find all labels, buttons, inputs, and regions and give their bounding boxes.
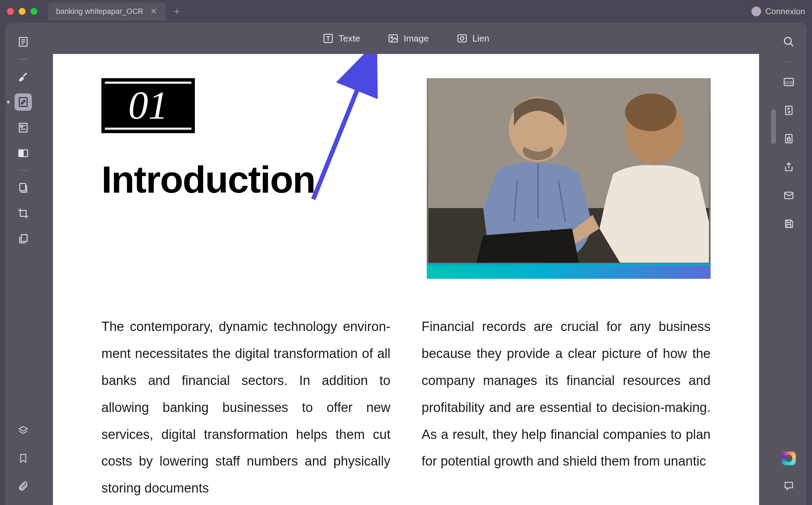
sidebar-divider — [784, 62, 794, 62]
svg-point-16 — [391, 37, 393, 38]
page-header: 01 Introduction — [101, 78, 711, 279]
left-sidebar — [5, 23, 41, 505]
sidebar-edit-button[interactable] — [15, 93, 32, 111]
right-save-button[interactable] — [780, 215, 797, 232]
sidebar-highlight-button[interactable] — [15, 68, 32, 85]
svg-rect-32 — [787, 224, 791, 227]
svg-rect-27 — [786, 106, 792, 114]
right-search-button[interactable] — [780, 33, 797, 50]
user-avatar-icon — [751, 7, 761, 16]
stack-icon — [17, 233, 29, 245]
main-container: Texte Image Lien 01 — [5, 23, 807, 505]
toolbar-text-label: Texte — [339, 33, 360, 44]
ocr-icon: OCR — [783, 76, 795, 88]
document-wrapper: Texte Image Lien 01 — [41, 23, 771, 505]
document-area: 01 Introduction — [41, 23, 771, 505]
svg-point-23 — [784, 37, 791, 44]
svg-rect-5 — [19, 123, 27, 132]
sidebar-layers-button[interactable] — [15, 422, 32, 439]
svg-rect-31 — [787, 220, 791, 222]
form-icon — [17, 122, 29, 134]
body-column-left: The contemporary, dynamic technology env… — [101, 313, 390, 502]
svg-rect-9 — [19, 150, 23, 157]
body-column-right: Financial records are crucial for any bu… — [422, 313, 711, 502]
right-ai-button[interactable] — [780, 450, 797, 467]
document-tab[interactable]: banking whitepapar_OCR ✕ — [48, 2, 165, 20]
paperclip-icon — [18, 480, 29, 492]
text-icon — [323, 33, 334, 44]
toolbar-link-button[interactable]: Lien — [457, 33, 489, 44]
save-icon — [783, 218, 794, 229]
svg-rect-12 — [21, 235, 27, 241]
edit-toolbar: Texte Image Lien — [77, 23, 735, 54]
file-lock-icon — [783, 133, 794, 144]
share-icon — [783, 162, 794, 173]
svg-rect-17 — [458, 35, 466, 42]
toolbar-text-button[interactable]: Texte — [323, 33, 360, 44]
sidebar-batch-button[interactable] — [15, 230, 32, 248]
sidebar-form-button[interactable] — [15, 119, 32, 136]
right-share-button[interactable] — [780, 158, 797, 176]
toolbar-image-label: Image — [404, 33, 428, 44]
toolbar-link-label: Lien — [472, 33, 489, 44]
layers-icon — [18, 425, 29, 436]
toolbar-image-button[interactable]: Image — [388, 33, 428, 44]
svg-point-22 — [625, 93, 676, 131]
svg-rect-10 — [23, 150, 28, 157]
header-image — [427, 78, 711, 279]
gradient-strip — [427, 266, 711, 279]
mail-icon — [783, 190, 794, 201]
convert-icon — [783, 105, 794, 116]
sidebar-crop-button[interactable] — [15, 205, 32, 222]
right-ocr-button[interactable]: OCR — [780, 73, 797, 91]
svg-rect-11 — [20, 183, 26, 191]
svg-rect-4 — [19, 98, 27, 107]
sidebar-divider — [18, 59, 28, 59]
sidebar-organize-button[interactable] — [15, 179, 32, 196]
svg-marker-13 — [19, 426, 27, 431]
traffic-lights — [7, 8, 37, 15]
photo-illustration-icon — [427, 78, 711, 263]
maximize-window-button[interactable] — [30, 8, 37, 15]
tab-title: banking whitepapar_OCR — [56, 7, 143, 16]
chapter-badge: 01 — [101, 78, 195, 133]
svg-line-24 — [790, 43, 793, 46]
sidebar-bottom — [15, 422, 32, 505]
svg-text:OCR: OCR — [785, 81, 793, 85]
tab-close-button[interactable]: ✕ — [150, 7, 157, 16]
svg-rect-15 — [389, 35, 397, 42]
active-indicator-dot — [7, 101, 10, 103]
right-protect-button[interactable] — [780, 130, 797, 147]
connexion-label: Connexion — [765, 7, 805, 16]
new-tab-button[interactable]: + — [174, 6, 180, 17]
document-page[interactable]: 01 Introduction — [53, 54, 759, 505]
minimize-window-button[interactable] — [19, 8, 26, 15]
sidebar-divider — [18, 170, 28, 171]
title-bar: banking whitepapar_OCR ✕ + Connexion — [0, 0, 812, 23]
svg-rect-29 — [787, 139, 790, 141]
sidebar-attachment-button[interactable] — [15, 477, 32, 495]
right-convert-button[interactable] — [780, 102, 797, 119]
page-header-left: 01 Introduction — [101, 78, 392, 279]
comment-icon — [783, 480, 794, 492]
sidebar-bookmark-button[interactable] — [15, 450, 32, 467]
sidebar-compare-button[interactable] — [15, 145, 32, 162]
pages-icon — [17, 182, 29, 194]
scrollbar-thumb[interactable] — [771, 109, 776, 144]
search-icon — [783, 36, 795, 48]
edit-page-icon — [17, 96, 29, 108]
right-comment-button[interactable] — [780, 477, 797, 495]
right-email-button[interactable] — [780, 187, 797, 204]
body-columns: The contemporary, dynamic technology env… — [101, 313, 711, 502]
connexion-area[interactable]: Connexion — [751, 7, 805, 16]
link-icon — [457, 33, 468, 44]
close-window-button[interactable] — [7, 8, 14, 15]
chapter-number: 01 — [105, 82, 191, 130]
right-sidebar-bottom — [780, 450, 797, 505]
chapter-title: Introduction — [101, 157, 392, 201]
sidebar-view-button[interactable] — [15, 33, 32, 50]
page-view-icon — [17, 36, 29, 48]
ai-rainbow-icon — [782, 451, 796, 465]
compare-icon — [17, 147, 29, 159]
highlighter-icon — [17, 71, 29, 82]
